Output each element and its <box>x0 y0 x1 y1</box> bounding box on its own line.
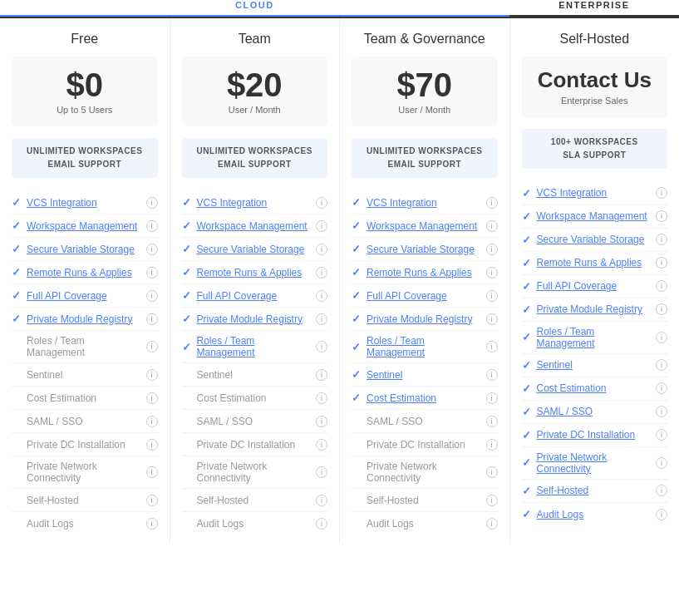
feature-list-self-hosted: ✓VCS Integrationi✓Workspace Managementi✓… <box>522 182 668 526</box>
feature-name[interactable]: Workspace Management <box>537 210 653 222</box>
info-icon[interactable]: i <box>146 313 158 325</box>
feature-name: Private DC Installation <box>27 439 143 451</box>
feature-name[interactable]: Sentinel <box>537 359 653 371</box>
feature-item: ✓Secure Variable Storagei <box>522 229 668 252</box>
feature-item: ✓Audit Logsi <box>522 503 668 526</box>
info-icon[interactable]: i <box>656 457 667 469</box>
plan-name-team: Team <box>182 32 328 47</box>
info-icon[interactable]: i <box>486 290 498 302</box>
feature-name[interactable]: Workspace Management <box>367 220 483 232</box>
feature-name[interactable]: Remote Runs & Applies <box>27 267 143 278</box>
feature-name[interactable]: Private DC Installation <box>537 429 653 441</box>
feature-name[interactable]: Roles / Team Management <box>367 335 483 358</box>
info-icon[interactable]: i <box>146 341 158 352</box>
feature-name[interactable]: Private Module Registry <box>197 313 313 325</box>
feature-name[interactable]: Remote Runs & Applies <box>197 267 313 278</box>
info-icon[interactable]: i <box>486 416 498 427</box>
feature-name[interactable]: Private Module Registry <box>537 303 653 315</box>
info-icon[interactable]: i <box>146 197 158 209</box>
info-icon[interactable]: i <box>146 518 158 530</box>
info-icon[interactable]: i <box>316 313 327 325</box>
feature-name[interactable]: Full API Coverage <box>27 290 143 302</box>
feature-name[interactable]: Private Module Registry <box>367 313 483 325</box>
info-icon[interactable]: i <box>146 220 158 232</box>
info-icon[interactable]: i <box>316 518 327 530</box>
info-icon[interactable]: i <box>656 485 667 496</box>
feature-name[interactable]: Roles / Team Management <box>197 335 313 358</box>
info-icon[interactable]: i <box>486 369 498 381</box>
feature-name[interactable]: Full API Coverage <box>537 280 653 292</box>
info-icon[interactable]: i <box>656 406 667 417</box>
info-icon[interactable]: i <box>656 257 667 269</box>
info-icon[interactable]: i <box>316 392 327 404</box>
info-icon[interactable]: i <box>146 439 158 451</box>
feature-name[interactable]: Private Network Connectivity <box>537 451 653 475</box>
info-icon[interactable]: i <box>146 244 158 255</box>
feature-name[interactable]: Secure Variable Storage <box>27 244 143 255</box>
feature-name[interactable]: SAML / SSO <box>537 406 653 417</box>
info-icon[interactable]: i <box>146 495 158 506</box>
feature-name[interactable]: Audit Logs <box>537 509 653 520</box>
info-icon[interactable]: i <box>486 341 498 352</box>
feature-name[interactable]: Full API Coverage <box>367 290 483 302</box>
info-icon[interactable]: i <box>146 416 158 427</box>
info-icon[interactable]: i <box>656 332 667 343</box>
info-icon[interactable]: i <box>316 495 327 506</box>
feature-name[interactable]: Roles / Team Management <box>537 326 653 349</box>
feature-name[interactable]: Secure Variable Storage <box>197 244 313 255</box>
feature-name: Private DC Installation <box>197 439 313 451</box>
info-icon[interactable]: i <box>486 220 498 232</box>
info-icon[interactable]: i <box>316 220 327 232</box>
info-icon[interactable]: i <box>486 466 498 478</box>
feature-name[interactable]: Secure Variable Storage <box>537 234 653 245</box>
feature-name[interactable]: Full API Coverage <box>197 290 313 302</box>
feature-name[interactable]: Cost Estimation <box>537 382 653 394</box>
feature-name[interactable]: Cost Estimation <box>367 392 483 404</box>
info-icon[interactable]: i <box>486 439 498 451</box>
info-icon[interactable]: i <box>656 303 667 315</box>
info-icon[interactable]: i <box>486 267 498 278</box>
feature-name[interactable]: VCS Integration <box>27 197 143 209</box>
feature-name[interactable]: Workspace Management <box>27 220 143 232</box>
info-icon[interactable]: i <box>316 197 327 209</box>
feature-name[interactable]: Remote Runs & Applies <box>367 267 483 278</box>
info-icon[interactable]: i <box>146 392 158 404</box>
info-icon[interactable]: i <box>316 267 327 278</box>
info-icon[interactable]: i <box>656 429 667 441</box>
info-icon[interactable]: i <box>656 234 667 245</box>
feature-name[interactable]: VCS Integration <box>197 197 313 209</box>
info-icon[interactable]: i <box>316 416 327 427</box>
feature-name[interactable]: VCS Integration <box>537 187 653 199</box>
info-icon[interactable]: i <box>486 197 498 209</box>
info-icon[interactable]: i <box>316 439 327 451</box>
info-icon[interactable]: i <box>146 290 158 302</box>
info-icon[interactable]: i <box>656 280 667 292</box>
feature-name[interactable]: VCS Integration <box>367 197 483 209</box>
info-icon[interactable]: i <box>316 466 327 478</box>
info-icon[interactable]: i <box>316 369 327 381</box>
feature-name[interactable]: Remote Runs & Applies <box>537 257 653 269</box>
info-icon[interactable]: i <box>486 313 498 325</box>
info-icon[interactable]: i <box>486 495 498 506</box>
info-icon[interactable]: i <box>486 392 498 404</box>
info-icon[interactable]: i <box>656 509 667 520</box>
feature-item: SAML / SSOi <box>182 410 328 433</box>
feature-name[interactable]: Self-Hosted <box>537 485 653 496</box>
info-icon[interactable]: i <box>146 466 158 478</box>
feature-name[interactable]: Workspace Management <box>197 220 313 232</box>
info-icon[interactable]: i <box>316 244 327 255</box>
info-icon[interactable]: i <box>146 369 158 381</box>
info-icon[interactable]: i <box>486 244 498 255</box>
info-icon[interactable]: i <box>316 341 327 352</box>
info-icon[interactable]: i <box>146 267 158 278</box>
info-icon[interactable]: i <box>316 290 327 302</box>
info-icon[interactable]: i <box>486 518 498 530</box>
feature-item: Private Network Connectivityi <box>182 456 328 489</box>
feature-name[interactable]: Private Module Registry <box>27 313 143 325</box>
feature-name[interactable]: Secure Variable Storage <box>367 244 483 255</box>
info-icon[interactable]: i <box>656 187 667 199</box>
info-icon[interactable]: i <box>656 359 667 371</box>
info-icon[interactable]: i <box>656 210 667 222</box>
feature-name[interactable]: Sentinel <box>367 369 483 381</box>
info-icon[interactable]: i <box>656 382 667 394</box>
